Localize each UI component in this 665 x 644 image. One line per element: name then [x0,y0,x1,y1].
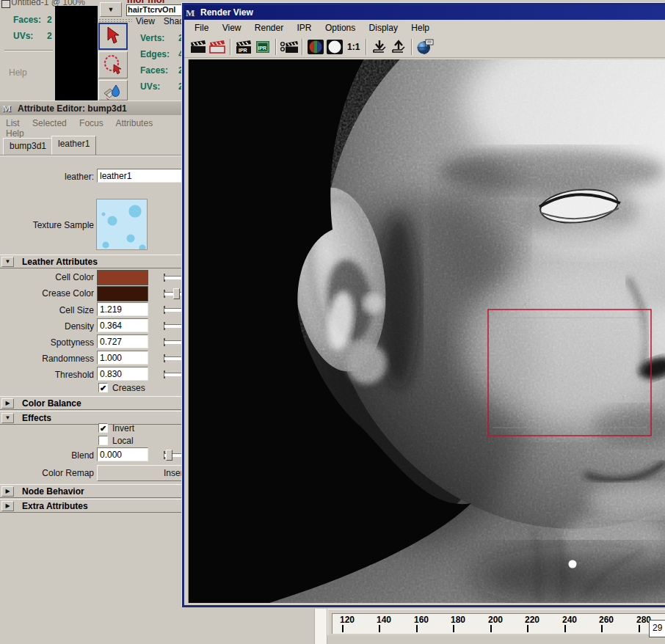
menu-render[interactable]: Render [255,23,283,33]
render-globals-icon [416,39,434,55]
creases-checkbox[interactable]: ✔ [98,383,108,392]
randomness-input[interactable] [97,351,148,365]
render-viewport[interactable] [188,59,665,603]
render-region-button[interactable] [208,38,227,56]
menu-attributes[interactable]: Attributes [115,118,153,128]
menu-view[interactable]: View [222,23,241,33]
uvs-label: UVs: [13,31,33,41]
color-remap-label: Color Remap [3,468,94,478]
menu-ipr[interactable]: IPR [297,23,312,33]
attribute-editor-titlebar[interactable]: M Attribute Editor: bump3d1 [0,100,183,115]
render-view-toolbar: IPR IPR [184,36,665,58]
faces-row: Faces:2 [140,65,184,76]
rgb-channels-button[interactable] [306,38,325,56]
section-title: Extra Attributes [22,501,88,511]
uvs-value: 2 [47,31,52,41]
ipr-render-icon: IPR [235,40,252,54]
snapshot-button[interactable] [280,38,299,56]
cell-size-input[interactable] [97,302,148,316]
blend-input[interactable] [97,447,148,461]
section-extra-attributes[interactable]: ▶ Extra Attributes [0,499,183,513]
menu-help[interactable]: Help [6,128,24,139]
alpha-channel-button[interactable] [325,38,344,56]
maya-logo-icon: M [2,103,14,113]
snapshot-icon [280,40,299,54]
maya-desktop: { "left_panel": { "title": "Untitled-1 @… [0,0,665,644]
faces-label: Faces: [13,15,41,25]
ipr-render-button[interactable]: IPR [234,38,253,56]
crease-color-swatch[interactable] [97,286,148,301]
collapse-arrow-icon[interactable]: ▼ [1,257,14,267]
section-node-behavior[interactable]: ▶ Node Behavior [0,484,183,498]
ruler-track: 120 140 160 180 200 220 240 260 280 [332,613,665,634]
image-view-panel: Untitled-1 @ 100% Faces: 2 UVs: 2 Help [0,0,98,100]
local-label: Local [112,436,134,446]
keep-image-button[interactable] [370,38,389,56]
cell-color-swatch[interactable] [97,270,148,285]
collapse-arrow-icon[interactable]: ▶ [1,398,14,409]
creases-label: Creases [112,383,145,393]
menu-file[interactable]: File [195,23,208,33]
menu-help[interactable]: Help [411,23,429,33]
toolbar-separator [275,39,277,55]
ipr-region-icon: IPR [255,40,271,54]
threshold-input[interactable] [97,367,148,381]
menu-display[interactable]: Display [369,23,398,33]
render-view-titlebar[interactable]: M Render View [184,5,665,20]
coordinate-readout[interactable]: 29 [649,620,665,637]
texture-sample-swatch[interactable] [96,199,148,250]
menu-list[interactable]: List [6,118,20,128]
node-name-box[interactable]: hairTtcrvOnl [126,4,183,16]
section-color-balance[interactable]: ▶ Color Balance [0,396,183,410]
menu-shading[interactable]: Shading [164,16,182,26]
remove-image-icon [390,40,407,54]
help-label[interactable]: Help [9,67,27,78]
menu-view[interactable]: View [136,16,155,26]
collapse-arrow-icon[interactable]: ▶ [1,486,14,497]
tool-strip: mor mor hairTtcrvOnl ▼ ViewShading Verts… [98,0,182,100]
menu-focus[interactable]: Focus [79,118,103,128]
spottyness-input[interactable] [97,334,148,348]
edges-row: Edges:4 [140,49,184,59]
tab-leather1[interactable]: leather1 [51,136,96,155]
density-input[interactable] [97,318,148,332]
collapse-arrow-icon[interactable]: ▶ [1,501,14,511]
attribute-editor-menubar: List Selected Focus Attributes Help [0,115,183,131]
collapse-arrow-icon[interactable]: ▼ [1,413,14,423]
lasso-icon [103,54,123,75]
splitter-strip[interactable] [314,609,327,644]
keep-image-icon [371,40,388,54]
lasso-tool-button[interactable] [98,51,128,78]
invert-label: Invert [112,423,134,433]
leather-name-input[interactable] [97,169,182,183]
render-globals-button[interactable] [415,38,435,56]
ruler-label: 260 [599,615,614,625]
faces-label: Faces: [140,65,168,76]
tab-bump3d1[interactable]: bump3d1 [3,138,53,155]
invert-checkbox[interactable]: ✔ [98,423,108,433]
ruler-tick [490,625,492,632]
svg-text:IPR: IPR [239,48,247,53]
paint-drop-icon [101,83,125,100]
cell-size-label: Cell Size [3,305,94,315]
uvs-label: UVs: [140,81,160,92]
spottyness-label: Spottyness [3,337,94,348]
section-leather-attributes[interactable]: ▼ Leather Attributes [0,255,183,268]
paint-select-tool-button[interactable] [98,80,128,100]
ipr-region-button[interactable]: IPR [253,38,272,56]
panel-dropdown-button[interactable]: ▼ [100,2,122,17]
remove-image-button[interactable] [389,38,408,56]
menu-selected[interactable]: Selected [32,118,67,128]
local-checkbox[interactable] [98,436,108,445]
render-button[interactable] [189,38,208,56]
verts-row: Verts:2 [140,33,184,43]
ruler-tick [416,625,418,632]
alpha-channel-icon [326,39,344,55]
blend-label: Blend [3,450,94,461]
texture-sample-label: Texture Sample [3,220,94,230]
ruler-label: 220 [525,615,539,625]
section-effects[interactable]: ▼ Effects [0,411,183,425]
real-size-button[interactable]: 1:1 [344,42,363,52]
select-tool-button[interactable] [98,23,128,50]
menu-options[interactable]: Options [325,23,355,33]
